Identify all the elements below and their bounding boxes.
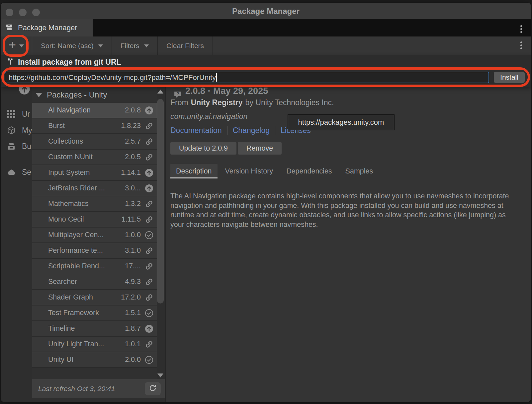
package-version: 1.3.2 (125, 200, 141, 208)
detail-tabs: DescriptionVersion HistoryDependenciesSa… (170, 164, 381, 178)
package-row[interactable]: Unity UI 2.0.0 (32, 352, 157, 368)
package-version: 3.1.0 (125, 246, 141, 255)
remove-button[interactable]: Remove (238, 142, 282, 155)
package-list-header[interactable]: Packages - Unity (32, 87, 157, 103)
link-documentation[interactable]: Documentation (170, 126, 222, 135)
detail-tab-samples[interactable]: Samples (340, 164, 379, 178)
collapse-triangle-icon (36, 93, 42, 97)
package-version: 2.0.5 (125, 153, 141, 161)
package-row[interactable]: Custom NUnit 2.0.5 (32, 150, 157, 165)
package-row[interactable]: Searcher 4.9.3 (32, 274, 157, 290)
package-actions: Update to 2.0.9 Remove (170, 142, 282, 155)
link-icon (145, 340, 153, 349)
package-version: 1.0.0 (125, 231, 141, 239)
package-name: Searcher (48, 278, 125, 286)
update-available-icon (145, 324, 153, 333)
link-divider (275, 126, 275, 135)
clear-filters-label: Clear Filters (166, 42, 204, 50)
sidebar-item-ur[interactable]: Ur (7, 109, 30, 119)
package-version: 1.14.1 (121, 168, 141, 177)
sort-dropdown[interactable]: Sort: Name (asc) (32, 36, 112, 55)
toolbar: + Sort: Name (asc) Filters Clear Filters (1, 36, 531, 55)
detail-tab-dependencies[interactable]: Dependencies (281, 164, 337, 178)
package-version: 2.0.0 (125, 356, 141, 364)
package-row[interactable]: Mathematics 1.3.2 (32, 196, 157, 212)
detail-tab-version-history[interactable]: Version History (220, 164, 279, 178)
package-row[interactable]: Shader Graph 17.2.0 (32, 290, 157, 305)
package-list-rows: AI Navigation 2.0.8 Burst 1.8.23 Collect… (32, 103, 157, 368)
sidebar-item-my[interactable]: My (7, 126, 32, 135)
sidebar-item-label: Bu (22, 142, 31, 151)
scroll-up-arrow-icon[interactable] (157, 90, 163, 94)
package-row[interactable]: Scriptable Rend... 17.... (32, 259, 157, 274)
package-row[interactable]: AI Navigation 2.0.8 (32, 103, 157, 118)
install-git-url-label: Install package from git URL (18, 58, 121, 67)
package-row[interactable]: Mono Cecil 1.11.5 (32, 212, 157, 228)
link-changelog[interactable]: Changelog (233, 126, 270, 135)
package-name: Shader Graph (48, 293, 121, 302)
package-name: Performance te... (48, 246, 125, 255)
install-button[interactable]: Install (494, 72, 525, 83)
package-row[interactable]: JetBrains Rider ... 3.0... (32, 181, 157, 196)
installed-check-icon (145, 309, 153, 317)
package-row[interactable]: Unity Light Tran... 1.0.1 (32, 337, 157, 352)
package-row[interactable]: Input System 1.14.1 (32, 165, 157, 181)
package-version: 3.0... (125, 184, 141, 192)
sidebar-item-bu[interactable]: Bu (7, 142, 31, 151)
scrollbar-thumb[interactable] (157, 99, 164, 303)
sidebar-item-se[interactable]: Se (7, 168, 31, 177)
package-row[interactable]: Burst 1.8.23 (32, 118, 157, 134)
package-name: AI Navigation (48, 106, 125, 114)
package-name: Scriptable Rend... (48, 262, 125, 270)
from-suffix: by Unity Technologies Inc. (245, 98, 334, 107)
git-url-value: https://github.com/CoplayDev/unity-mcp.g… (9, 73, 216, 82)
package-list-panel: Packages - Unity AI Navigation 2.0.8 Bur… (32, 87, 157, 379)
quality-assurance-icon: ? (173, 90, 182, 99)
package-version: 2.5.7 (125, 137, 141, 146)
add-package-button[interactable]: + (1, 36, 32, 55)
update-button[interactable]: Update to 2.0.9 (170, 142, 236, 155)
tab-menu-kebab-icon[interactable] (516, 25, 526, 33)
window-title: Package Manager (1, 3, 531, 19)
package-row[interactable]: Collections 2.5.7 (32, 134, 157, 150)
package-name: Multiplayer Cen... (48, 231, 125, 239)
svg-text:?: ? (177, 92, 179, 96)
filters-dropdown[interactable]: Filters (112, 36, 157, 55)
git-url-input[interactable]: https://github.com/CoplayDev/unity-mcp.g… (5, 72, 489, 83)
package-version: 1.0.1 (125, 340, 141, 348)
sidebar-item-label: Ur (22, 110, 30, 119)
link-icon (145, 262, 153, 271)
link-icon (145, 246, 153, 255)
list-footer: Last refresh Oct 3, 20:41 (32, 379, 165, 398)
detail-tab-description[interactable]: Description (170, 164, 218, 178)
cube-icon (7, 126, 16, 135)
link-icon (145, 293, 153, 302)
scroll-down-arrow-icon[interactable] (157, 373, 163, 377)
package-name: Custom NUnit (48, 153, 125, 161)
cloud-icon (7, 168, 16, 177)
package-origin-line: From Unity Registry by Unity Technologie… (170, 98, 334, 107)
toolbar-menu-kebab-icon[interactable] (516, 41, 526, 49)
package-row[interactable]: Performance te... 3.1.0 (32, 243, 157, 259)
package-row[interactable]: Test Framework 1.5.1 (32, 305, 157, 321)
refresh-button[interactable] (145, 382, 161, 395)
registry-name: Unity Registry (191, 98, 243, 107)
install-git-url-popup: Install package from git URL https://git… (1, 55, 531, 87)
tab-package-manager[interactable]: Package Manager (1, 19, 93, 36)
clear-filters-button[interactable]: Clear Filters (158, 36, 213, 55)
installed-check-icon (145, 231, 153, 239)
update-available-icon (145, 168, 153, 177)
package-name: Unity Light Tran... (48, 340, 125, 348)
tab-label: Package Manager (18, 24, 77, 32)
grid-icon (7, 109, 16, 119)
package-name: Test Framework (48, 309, 125, 317)
chevron-down-icon (19, 44, 24, 47)
text-cursor (216, 73, 217, 82)
installed-check-icon (145, 356, 153, 364)
sidebar-item-label: Se (22, 168, 31, 177)
link-icon (145, 137, 153, 146)
package-name: Input System (48, 168, 121, 177)
package-row[interactable]: Multiplayer Cen... 1.0.0 (32, 228, 157, 243)
package-row[interactable]: Timeline 1.8.7 (32, 321, 157, 337)
package-detail-panel: ? 2.0.8 · May 29, 2025 From Unity Regist… (166, 87, 531, 402)
